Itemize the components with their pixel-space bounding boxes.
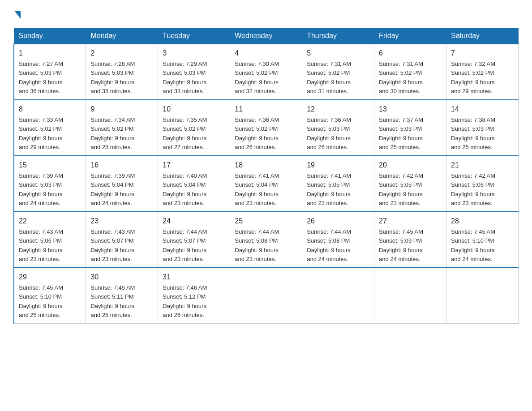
day-number: 28 xyxy=(451,216,514,227)
calendar-cell: 7 Sunrise: 7:32 AMSunset: 5:02 PMDayligh… xyxy=(446,44,519,100)
calendar-cell: 26 Sunrise: 7:44 AMSunset: 5:08 PMDaylig… xyxy=(302,212,374,268)
day-info: Sunrise: 7:27 AMSunset: 5:03 PMDaylight:… xyxy=(19,60,63,94)
calendar-cell xyxy=(302,268,374,324)
day-info: Sunrise: 7:31 AMSunset: 5:02 PMDaylight:… xyxy=(307,60,351,94)
page-header xyxy=(13,9,519,19)
calendar-cell: 1 Sunrise: 7:27 AMSunset: 5:03 PMDayligh… xyxy=(14,44,86,100)
calendar-cell: 22 Sunrise: 7:43 AMSunset: 5:06 PMDaylig… xyxy=(14,212,86,268)
week-row-1: 1 Sunrise: 7:27 AMSunset: 5:03 PMDayligh… xyxy=(14,44,519,100)
day-info: Sunrise: 7:42 AMSunset: 5:05 PMDaylight:… xyxy=(379,172,423,206)
calendar-cell: 31 Sunrise: 7:46 AMSunset: 5:12 PMDaylig… xyxy=(158,268,230,324)
day-info: Sunrise: 7:44 AMSunset: 5:07 PMDaylight:… xyxy=(163,228,207,262)
calendar-cell: 12 Sunrise: 7:36 AMSunset: 5:03 PMDaylig… xyxy=(302,100,374,156)
calendar-cell: 23 Sunrise: 7:43 AMSunset: 5:07 PMDaylig… xyxy=(86,212,158,268)
day-info: Sunrise: 7:46 AMSunset: 5:12 PMDaylight:… xyxy=(163,284,207,318)
day-info: Sunrise: 7:35 AMSunset: 5:02 PMDaylight:… xyxy=(163,116,207,150)
calendar-cell: 2 Sunrise: 7:28 AMSunset: 5:03 PMDayligh… xyxy=(86,44,158,100)
calendar-cell: 9 Sunrise: 7:34 AMSunset: 5:02 PMDayligh… xyxy=(86,100,158,156)
calendar-cell: 13 Sunrise: 7:37 AMSunset: 5:03 PMDaylig… xyxy=(374,100,446,156)
day-number: 4 xyxy=(235,48,297,59)
calendar-table: SundayMondayTuesdayWednesdayThursdayFrid… xyxy=(13,28,519,324)
day-number: 23 xyxy=(90,216,153,227)
day-info: Sunrise: 7:45 AMSunset: 5:10 PMDaylight:… xyxy=(451,228,495,262)
day-number: 10 xyxy=(163,104,225,115)
week-row-3: 15 Sunrise: 7:39 AMSunset: 5:03 PMDaylig… xyxy=(14,156,519,212)
day-number: 25 xyxy=(235,216,297,227)
header-thursday: Thursday xyxy=(302,28,374,44)
day-number: 18 xyxy=(235,160,297,171)
day-info: Sunrise: 7:45 AMSunset: 5:09 PMDaylight:… xyxy=(379,228,423,262)
calendar-cell: 16 Sunrise: 7:39 AMSunset: 5:04 PMDaylig… xyxy=(86,156,158,212)
calendar-cell: 10 Sunrise: 7:35 AMSunset: 5:02 PMDaylig… xyxy=(158,100,230,156)
day-number: 31 xyxy=(163,272,225,283)
calendar-cell: 24 Sunrise: 7:44 AMSunset: 5:07 PMDaylig… xyxy=(158,212,230,268)
calendar-cell: 25 Sunrise: 7:44 AMSunset: 5:08 PMDaylig… xyxy=(230,212,302,268)
calendar-cell: 19 Sunrise: 7:41 AMSunset: 5:05 PMDaylig… xyxy=(302,156,374,212)
day-info: Sunrise: 7:45 AMSunset: 5:10 PMDaylight:… xyxy=(19,284,63,318)
day-info: Sunrise: 7:37 AMSunset: 5:03 PMDaylight:… xyxy=(379,116,423,150)
calendar-cell: 6 Sunrise: 7:31 AMSunset: 5:02 PMDayligh… xyxy=(374,44,446,100)
day-info: Sunrise: 7:28 AMSunset: 5:03 PMDaylight:… xyxy=(90,60,135,94)
day-number: 13 xyxy=(379,104,442,115)
day-info: Sunrise: 7:31 AMSunset: 5:02 PMDaylight:… xyxy=(379,60,423,94)
calendar-cell: 17 Sunrise: 7:40 AMSunset: 5:04 PMDaylig… xyxy=(158,156,230,212)
header-monday: Monday xyxy=(86,28,158,44)
logo-top xyxy=(13,9,21,19)
calendar-cell xyxy=(446,268,519,324)
day-number: 26 xyxy=(307,216,369,227)
logo xyxy=(13,9,21,19)
calendar-cell: 4 Sunrise: 7:30 AMSunset: 5:02 PMDayligh… xyxy=(230,44,302,100)
day-number: 27 xyxy=(379,216,442,227)
day-info: Sunrise: 7:30 AMSunset: 5:02 PMDaylight:… xyxy=(235,60,279,94)
calendar-cell: 27 Sunrise: 7:45 AMSunset: 5:09 PMDaylig… xyxy=(374,212,446,268)
calendar-cell: 3 Sunrise: 7:29 AMSunset: 5:03 PMDayligh… xyxy=(158,44,230,100)
day-number: 9 xyxy=(90,104,153,115)
calendar-cell: 21 Sunrise: 7:42 AMSunset: 5:06 PMDaylig… xyxy=(446,156,519,212)
calendar-cell: 18 Sunrise: 7:41 AMSunset: 5:04 PMDaylig… xyxy=(230,156,302,212)
day-number: 29 xyxy=(19,272,81,283)
calendar-cell: 29 Sunrise: 7:45 AMSunset: 5:10 PMDaylig… xyxy=(14,268,86,324)
day-number: 21 xyxy=(451,160,514,171)
day-info: Sunrise: 7:38 AMSunset: 5:03 PMDaylight:… xyxy=(451,116,495,150)
day-info: Sunrise: 7:39 AMSunset: 5:03 PMDaylight:… xyxy=(19,172,63,206)
day-number: 16 xyxy=(90,160,153,171)
day-number: 24 xyxy=(163,216,225,227)
logo-arrow-icon xyxy=(14,11,21,19)
day-info: Sunrise: 7:29 AMSunset: 5:03 PMDaylight:… xyxy=(163,60,207,94)
calendar-cell: 14 Sunrise: 7:38 AMSunset: 5:03 PMDaylig… xyxy=(446,100,519,156)
calendar-cell: 15 Sunrise: 7:39 AMSunset: 5:03 PMDaylig… xyxy=(14,156,86,212)
day-info: Sunrise: 7:41 AMSunset: 5:05 PMDaylight:… xyxy=(307,172,351,206)
day-number: 1 xyxy=(19,48,81,59)
day-number: 3 xyxy=(163,48,225,59)
day-info: Sunrise: 7:43 AMSunset: 5:07 PMDaylight:… xyxy=(90,228,135,262)
header-wednesday: Wednesday xyxy=(230,28,302,44)
day-info: Sunrise: 7:36 AMSunset: 5:03 PMDaylight:… xyxy=(307,116,351,150)
day-info: Sunrise: 7:34 AMSunset: 5:02 PMDaylight:… xyxy=(90,116,135,150)
day-number: 8 xyxy=(19,104,81,115)
day-info: Sunrise: 7:44 AMSunset: 5:08 PMDaylight:… xyxy=(307,228,351,262)
day-info: Sunrise: 7:42 AMSunset: 5:06 PMDaylight:… xyxy=(451,172,495,206)
day-number: 20 xyxy=(379,160,442,171)
day-number: 5 xyxy=(307,48,369,59)
day-number: 12 xyxy=(307,104,369,115)
day-info: Sunrise: 7:32 AMSunset: 5:02 PMDaylight:… xyxy=(451,60,495,94)
day-number: 6 xyxy=(379,48,442,59)
day-number: 2 xyxy=(90,48,153,59)
calendar-cell xyxy=(230,268,302,324)
calendar-cell: 8 Sunrise: 7:33 AMSunset: 5:02 PMDayligh… xyxy=(14,100,86,156)
header-saturday: Saturday xyxy=(446,28,519,44)
day-info: Sunrise: 7:36 AMSunset: 5:02 PMDaylight:… xyxy=(235,116,279,150)
calendar-cell: 30 Sunrise: 7:45 AMSunset: 5:11 PMDaylig… xyxy=(86,268,158,324)
day-number: 22 xyxy=(19,216,81,227)
day-info: Sunrise: 7:43 AMSunset: 5:06 PMDaylight:… xyxy=(19,228,63,262)
day-number: 17 xyxy=(163,160,225,171)
calendar-cell xyxy=(374,268,446,324)
day-info: Sunrise: 7:33 AMSunset: 5:02 PMDaylight:… xyxy=(19,116,63,150)
day-info: Sunrise: 7:41 AMSunset: 5:04 PMDaylight:… xyxy=(235,172,279,206)
calendar-cell: 28 Sunrise: 7:45 AMSunset: 5:10 PMDaylig… xyxy=(446,212,519,268)
day-info: Sunrise: 7:40 AMSunset: 5:04 PMDaylight:… xyxy=(163,172,207,206)
header-sunday: Sunday xyxy=(14,28,86,44)
day-number: 19 xyxy=(307,160,369,171)
day-number: 15 xyxy=(19,160,81,171)
calendar-cell: 11 Sunrise: 7:36 AMSunset: 5:02 PMDaylig… xyxy=(230,100,302,156)
